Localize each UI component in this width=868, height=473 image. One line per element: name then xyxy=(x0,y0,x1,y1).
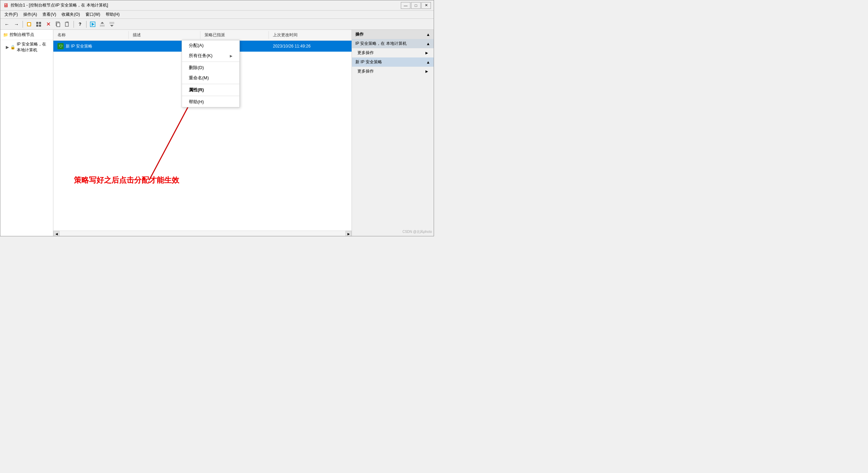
ipsec-icon: 🔒 xyxy=(10,45,15,50)
back-button[interactable]: ← xyxy=(2,20,11,28)
paste-button[interactable] xyxy=(63,20,72,28)
right-subsection-ipsec-header[interactable]: IP 安全策略，在 本地计算机 ▲ xyxy=(352,39,434,48)
svg-rect-12 xyxy=(100,25,105,27)
right-item-more-actions-1[interactable]: 更多操作 ▶ xyxy=(352,48,434,57)
new-policy-section-label: 新 IP 安全策略 xyxy=(355,59,382,65)
ctx-help[interactable]: 帮助(H) xyxy=(182,97,239,107)
table-header: 名称 描述 策略已指派 上次更改时间 xyxy=(53,30,352,41)
scroll-track[interactable] xyxy=(60,231,345,236)
play-button[interactable] xyxy=(88,20,97,28)
home-button[interactable] xyxy=(25,20,34,28)
close-button[interactable]: ✕ xyxy=(421,2,431,9)
ctx-delete[interactable]: 删除(D) xyxy=(182,63,239,73)
ctx-separator-2 xyxy=(182,84,239,84)
tree-root-label: 控制台根节点 xyxy=(10,32,34,38)
svg-line-17 xyxy=(149,96,194,180)
svg-rect-4 xyxy=(36,25,38,27)
expand-icon: ▶ xyxy=(6,45,9,50)
policy-name-text: 新 IP 安全策略 xyxy=(66,43,92,49)
menu-help[interactable]: 帮助(H) xyxy=(103,11,122,18)
title-bar: 🖥 控制台1 - [控制台根节点\IP 安全策略，在 本地计算机] — □ ✕ xyxy=(0,0,434,11)
svg-marker-13 xyxy=(101,22,104,24)
ctx-assign[interactable]: 分配(A) xyxy=(182,40,239,51)
scroll-right-button[interactable]: ▶ xyxy=(345,231,352,237)
watermark: CSDN @北风photo xyxy=(403,229,432,234)
new-policy-collapse-icon[interactable]: ▲ xyxy=(426,60,430,65)
svg-rect-14 xyxy=(109,22,114,24)
ctx-separator-3 xyxy=(182,96,239,96)
svg-rect-9 xyxy=(66,22,68,23)
menu-action[interactable]: 操作(A) xyxy=(21,11,40,18)
menu-window[interactable]: 窗口(W) xyxy=(83,11,103,18)
svg-rect-7 xyxy=(57,23,60,27)
ctx-arrow-tasks: ▶ xyxy=(230,54,233,58)
import-button[interactable] xyxy=(107,20,116,28)
right-subsection-new-policy-header[interactable]: 新 IP 安全策略 ▲ xyxy=(352,57,434,67)
app-icon: 🖥 xyxy=(3,2,9,9)
svg-rect-1 xyxy=(28,23,30,26)
svg-marker-11 xyxy=(92,23,94,26)
right-panel: 操作 ▲ IP 安全策略，在 本地计算机 ▲ 更多操作 ▶ 新 IP 安全策略 … xyxy=(352,30,434,236)
ipsec-section-collapse-icon[interactable]: ▲ xyxy=(426,41,430,46)
toolbar: ← → ✕ ? xyxy=(0,19,434,30)
ctx-all-tasks[interactable]: 所有任务(K) ▶ xyxy=(182,51,239,61)
restore-button[interactable]: □ xyxy=(411,2,421,9)
right-section-operations-header: 操作 ▲ xyxy=(352,30,434,39)
col-header-assigned: 策略已指派 xyxy=(200,31,269,39)
ctx-separator-1 xyxy=(182,62,239,62)
row-name: 🛡 新 IP 安全策略 xyxy=(53,42,129,50)
ctx-properties[interactable]: 属性(R) xyxy=(182,85,239,95)
tree-root[interactable]: 📁 控制台根节点 xyxy=(0,30,53,40)
col-header-time: 上次更改时间 xyxy=(269,31,352,39)
help-button[interactable]: ? xyxy=(76,20,84,28)
svg-marker-15 xyxy=(110,25,114,27)
col-header-name: 名称 xyxy=(53,31,129,39)
operations-collapse-icon[interactable]: ▲ xyxy=(426,32,430,37)
main-container: 📁 控制台根节点 ▶ 🔒 IP 安全策略，在 本地计算机 名称 描述 策略已指派… xyxy=(0,30,434,236)
more-actions-arrow-1: ▶ xyxy=(425,51,428,55)
delete-button[interactable]: ✕ xyxy=(44,20,53,28)
center-panel: 名称 描述 策略已指派 上次更改时间 🛡 新 IP 安全策略 否 2023/10… xyxy=(53,30,352,236)
view-button[interactable] xyxy=(34,20,43,28)
tree-item-ipsec[interactable]: ▶ 🔒 IP 安全策略，在 本地计算机 xyxy=(0,40,53,54)
more-actions-arrow-2: ▶ xyxy=(425,69,428,73)
minimize-button[interactable]: — xyxy=(401,2,410,9)
operations-label: 操作 xyxy=(355,31,364,37)
toolbar-separator-2 xyxy=(74,21,74,28)
svg-rect-3 xyxy=(39,22,41,24)
col-header-desc: 描述 xyxy=(129,31,200,39)
policy-icon: 🛡 xyxy=(57,43,64,49)
copy-button[interactable] xyxy=(53,20,62,28)
menu-file[interactable]: 文件(F) xyxy=(2,11,21,18)
export-button[interactable] xyxy=(98,20,107,28)
forward-button[interactable]: → xyxy=(12,20,21,28)
toolbar-separator-1 xyxy=(23,21,23,28)
right-item-more-actions-2[interactable]: 更多操作 ▶ xyxy=(352,67,434,76)
menu-favorites[interactable]: 收藏夹(O) xyxy=(59,11,82,18)
toolbar-separator-3 xyxy=(86,21,87,28)
ctx-rename[interactable]: 重命名(M) xyxy=(182,73,239,83)
annotation-text: 策略写好之后点击分配才能生效 xyxy=(74,175,179,185)
svg-rect-5 xyxy=(39,25,41,27)
scroll-left-button[interactable]: ◀ xyxy=(53,231,60,237)
ipsec-section-label: IP 安全策略，在 本地计算机 xyxy=(355,41,407,47)
scroll-bar[interactable]: ◀ ▶ xyxy=(53,231,352,236)
row-time: 2023/10/26 11:49:26 xyxy=(269,43,352,50)
menu-view[interactable]: 查看(V) xyxy=(40,11,59,18)
window-title: 控制台1 - [控制台根节点\IP 安全策略，在 本地计算机] xyxy=(11,2,108,8)
context-menu: 分配(A) 所有任务(K) ▶ 删除(D) 重命名(M) 属性(R) xyxy=(182,40,240,107)
svg-rect-2 xyxy=(36,22,38,24)
folder-icon: 📁 xyxy=(3,32,8,37)
tree-item-label: IP 安全策略，在 本地计算机 xyxy=(17,41,50,53)
left-panel: 📁 控制台根节点 ▶ 🔒 IP 安全策略，在 本地计算机 xyxy=(0,30,53,236)
menu-bar: 文件(F) 操作(A) 查看(V) 收藏夹(O) 窗口(W) 帮助(H) xyxy=(0,11,434,19)
